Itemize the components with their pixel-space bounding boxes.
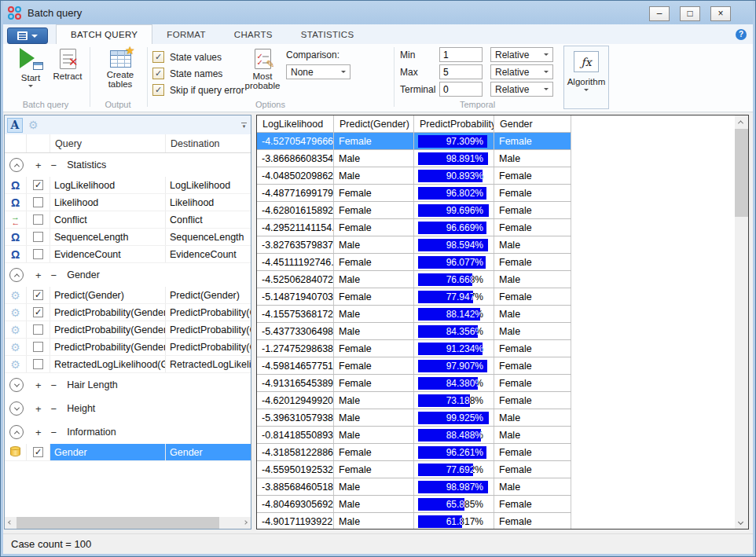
tab-format[interactable]: FORMAT bbox=[152, 24, 220, 44]
terminal-mode-dropdown[interactable]: Relative bbox=[490, 82, 553, 97]
checkbox-icon[interactable]: ✓ bbox=[152, 84, 164, 96]
query-column-header[interactable]: Query bbox=[50, 134, 166, 152]
table-row[interactable]: -4.62801615892...Female99.696%99.696%Fem… bbox=[257, 202, 571, 219]
table-row[interactable]: -4.59814657751...Female97.907%97.907%Fem… bbox=[257, 357, 571, 375]
table-row[interactable]: -3.82763579837...Male98.594%98.594%Male bbox=[257, 236, 571, 254]
expand-all-button[interactable]: + bbox=[35, 269, 42, 281]
table-row[interactable]: -1.27475298638...Female91.234%91.234%Fem… bbox=[257, 340, 571, 357]
destination-column-header[interactable]: Destination bbox=[166, 134, 251, 152]
expander-icon[interactable] bbox=[9, 401, 24, 416]
table-row[interactable]: -5.14871940703...Female77.947%77.947%Fem… bbox=[257, 288, 571, 306]
table-row[interactable]: -4.52705479666...Female97.309%97.309%Fem… bbox=[257, 133, 571, 150]
table-row[interactable]: -5.39631057938...Male99.925%99.925%Male bbox=[257, 409, 571, 427]
table-row[interactable]: -3.86686608354...Male98.891%98.891%Male bbox=[257, 150, 571, 167]
checkbox-icon[interactable] bbox=[33, 197, 43, 207]
expander-icon[interactable] bbox=[9, 378, 24, 392]
help-icon[interactable]: ? bbox=[736, 29, 747, 40]
table-row[interactable]: -4.48771699179...Female96.802%96.802%Fem… bbox=[257, 185, 571, 202]
checkbox-icon[interactable]: ✓ bbox=[33, 307, 43, 317]
min-input[interactable] bbox=[439, 47, 483, 62]
gears-icon-button[interactable]: ⚙ bbox=[28, 119, 39, 130]
table-row[interactable]: -4.15575368172...Male88.142%88.142%Male bbox=[257, 306, 571, 323]
query-row[interactable]: Ω✓LogLikelihoodLogLikelihood bbox=[5, 177, 251, 194]
expand-all-button[interactable]: + bbox=[35, 159, 42, 171]
column-header-predictprobability[interactable]: PredictProbability bbox=[414, 115, 494, 132]
table-row[interactable]: -0.81418550893...Male88.488%88.488%Male bbox=[257, 427, 571, 444]
tab-batch-query[interactable]: BATCH QUERY bbox=[56, 24, 152, 44]
checkbox-icon[interactable] bbox=[33, 342, 43, 352]
table-row[interactable]: -4.55950192532...Female77.692%77.692%Fem… bbox=[257, 461, 571, 478]
table-row[interactable]: -4.45111192746...Female96.077%96.077%Fem… bbox=[257, 254, 571, 271]
scroll-right-icon[interactable] bbox=[243, 520, 248, 525]
checkbox-icon[interactable]: ✓ bbox=[33, 290, 43, 300]
table-row[interactable]: -4.90171193922...Male61.817%61.817%Femal… bbox=[257, 513, 571, 530]
checkbox-icon[interactable] bbox=[33, 249, 43, 259]
scroll-down-icon[interactable] bbox=[738, 519, 743, 525]
max-mode-dropdown[interactable]: Relative bbox=[490, 64, 553, 79]
close-button[interactable]: × bbox=[710, 6, 731, 21]
collapse-all-button[interactable]: − bbox=[51, 159, 57, 171]
checkbox-icon[interactable]: ✓ bbox=[152, 68, 164, 79]
query-row[interactable]: ⚙✓PredictProbability(Gender)PredictProba… bbox=[5, 304, 251, 321]
table-row[interactable]: -4.29521141154...Female96.669%96.669%Fem… bbox=[257, 219, 571, 236]
expander-icon[interactable] bbox=[9, 268, 24, 282]
minimize-button[interactable]: – bbox=[649, 6, 670, 21]
font-icon-button[interactable]: A bbox=[7, 118, 23, 133]
expander-icon[interactable] bbox=[9, 158, 24, 172]
column-header-gender[interactable]: Gender bbox=[494, 115, 571, 132]
horizontal-scrollbar[interactable] bbox=[5, 517, 251, 529]
collapse-all-button[interactable]: − bbox=[51, 379, 57, 391]
query-row[interactable]: ⚙RetractedLogLikelihood(GeRetractedLogLi… bbox=[5, 356, 251, 373]
maximize-button[interactable]: □ bbox=[680, 6, 700, 21]
query-row[interactable]: ⚙PredictProbability(Gender=PredictProbab… bbox=[5, 339, 251, 356]
vertical-scrollbar[interactable] bbox=[735, 115, 748, 529]
checkbox-icon[interactable]: ✓ bbox=[33, 447, 43, 457]
terminal-input[interactable] bbox=[439, 82, 483, 97]
create-tables-button[interactable]: ★ Create tables bbox=[99, 47, 141, 89]
expander-icon[interactable] bbox=[9, 425, 24, 439]
checkbox-icon[interactable]: ✓ bbox=[152, 51, 164, 63]
table-row[interactable]: -4.80469305692...Male65.885%65.885%Femal… bbox=[257, 496, 571, 513]
most-probable-button[interactable]: ✓✓ ✎ Most probable bbox=[242, 47, 283, 90]
checkbox-icon[interactable] bbox=[33, 214, 43, 225]
scroll-left-icon[interactable] bbox=[8, 520, 13, 525]
column-header-predict-gender-[interactable]: Predict(Gender) bbox=[334, 115, 414, 132]
app-menu-button[interactable] bbox=[7, 27, 48, 44]
tab-charts[interactable]: CHARTS bbox=[220, 24, 287, 44]
table-row[interactable]: -4.04850209862...Male90.893%90.893%Femal… bbox=[257, 167, 571, 185]
comparison-dropdown[interactable]: None bbox=[286, 64, 350, 79]
table-row[interactable]: -4.91316545389...Female84.380%84.380%Fem… bbox=[257, 375, 571, 392]
max-input[interactable] bbox=[439, 64, 483, 79]
column-header-loglikelihood[interactable]: LogLikelihood bbox=[257, 115, 334, 132]
start-button[interactable]: Start bbox=[14, 47, 47, 87]
query-row[interactable]: ⚙PredictProbability(Gender=PredictProbab… bbox=[5, 321, 251, 339]
query-row[interactable]: ⚙✓Predict(Gender)Predict(Gender) bbox=[5, 287, 251, 304]
collapse-all-button[interactable]: − bbox=[51, 427, 57, 438]
scrollbar-thumb[interactable] bbox=[17, 517, 219, 529]
collapse-all-button[interactable]: − bbox=[51, 269, 57, 281]
retract-button[interactable]: ✕ Retract bbox=[50, 47, 86, 81]
toolbar-overflow-icon[interactable]: ▾ bbox=[241, 123, 247, 128]
table-row[interactable]: -4.62012949920...Male73.188%73.188%Femal… bbox=[257, 392, 571, 409]
expand-all-button[interactable]: + bbox=[35, 427, 42, 438]
checkbox-icon[interactable] bbox=[33, 232, 43, 242]
checkbox-icon[interactable] bbox=[33, 359, 43, 369]
checkbox-icon[interactable]: ✓ bbox=[33, 180, 43, 190]
query-row[interactable]: →→ConflictConflict bbox=[5, 211, 251, 229]
algorithm-button[interactable]: ƒx Algorithm bbox=[563, 46, 609, 109]
table-row[interactable]: -4.52506284072...Male76.668%76.668%Male bbox=[257, 271, 571, 288]
query-row[interactable]: ΩEvidenceCountEvidenceCount bbox=[5, 246, 251, 263]
min-mode-dropdown[interactable]: Relative bbox=[490, 47, 553, 62]
query-row[interactable]: ✓GenderGender bbox=[5, 444, 251, 461]
query-row[interactable]: ΩSequenceLengthSequenceLength bbox=[5, 229, 251, 246]
tab-statistics[interactable]: STATISTICS bbox=[287, 24, 369, 44]
collapse-all-button[interactable]: − bbox=[51, 403, 57, 415]
query-row[interactable]: ΩLikelihoodLikelihood bbox=[5, 194, 251, 211]
table-row[interactable]: -3.88568460518...Male98.987%98.987%Male bbox=[257, 478, 571, 496]
checkbox-icon[interactable] bbox=[33, 324, 43, 335]
expand-all-button[interactable]: + bbox=[35, 379, 42, 391]
scroll-up-icon[interactable] bbox=[738, 120, 743, 126]
table-row[interactable]: -4.31858122886...Female96.261%96.261%Fem… bbox=[257, 444, 571, 461]
expand-all-button[interactable]: + bbox=[35, 403, 42, 415]
scrollbar-thumb[interactable] bbox=[735, 129, 748, 217]
